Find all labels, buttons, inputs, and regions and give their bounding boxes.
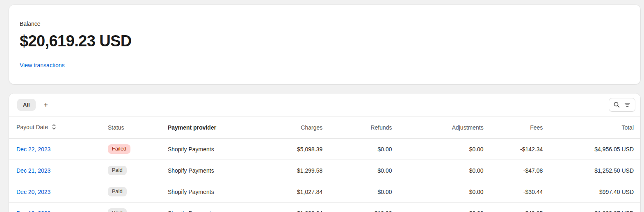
- payout-date-cell: Dec 22, 2023: [9, 139, 101, 160]
- payout-date-link[interactable]: Dec 22, 2023: [16, 146, 50, 153]
- status-badge: Paid: [108, 187, 127, 196]
- payment-provider-cell: Shopify Payments: [161, 181, 262, 203]
- table-header-row: Payout Date Status Payment provider Char…: [9, 116, 640, 139]
- balance-amount: $20,619.23 USD: [20, 32, 630, 50]
- column-header-charges[interactable]: Charges: [262, 116, 329, 139]
- tab-all[interactable]: All: [17, 99, 36, 111]
- payouts-table: Payout Date Status Payment provider Char…: [9, 116, 640, 212]
- payment-provider-cell: Shopify Payments: [161, 139, 262, 160]
- search-icon: [613, 101, 620, 108]
- adjustments-cell: $0.00: [399, 139, 490, 160]
- charges-cell: $1,027.84: [262, 181, 329, 203]
- payouts-card: All +: [9, 93, 640, 212]
- balance-card: Balance $20,619.23 USD View transactions: [9, 5, 640, 84]
- total-cell: $1,832.87 USD: [549, 203, 640, 212]
- total-cell: $997.40 USD: [549, 181, 640, 203]
- fees-cell: -$142.34: [490, 139, 550, 160]
- status-badge: Paid: [108, 208, 127, 212]
- payout-date-cell: Dec 20, 2023: [9, 181, 101, 203]
- refunds-cell: -$10.92: [329, 203, 398, 212]
- table-row: Dec 22, 2023 Failed Shopify Payments $5,…: [9, 139, 640, 160]
- column-header-payment-provider[interactable]: Payment provider: [161, 116, 262, 139]
- table-row: Dec 19, 2023 Paid Shopify Payments $1,89…: [9, 203, 640, 212]
- adjustments-cell: $0.00: [399, 203, 490, 212]
- payout-table-body: Dec 22, 2023 Failed Shopify Payments $5,…: [9, 139, 640, 212]
- column-header-refunds[interactable]: Refunds: [329, 116, 398, 139]
- status-cell: Paid: [101, 160, 161, 181]
- total-cell: $1,252.50 USD: [549, 160, 640, 181]
- sort-icon: [52, 125, 56, 131]
- status-badge: Paid: [108, 166, 127, 175]
- fees-cell: -$30.44: [490, 181, 550, 203]
- filter-icon: [624, 101, 631, 108]
- payout-date-link[interactable]: Dec 21, 2023: [16, 167, 50, 174]
- column-header-fees[interactable]: Fees: [490, 116, 550, 139]
- charges-cell: $1,893.64: [262, 203, 329, 212]
- payout-date-link[interactable]: Dec 20, 2023: [16, 189, 50, 195]
- status-cell: Paid: [101, 203, 161, 212]
- status-cell: Paid: [101, 181, 161, 203]
- total-cell: $4,956.05 USD: [549, 139, 640, 160]
- tab-bar: All +: [9, 93, 640, 116]
- column-header-payout-date[interactable]: Payout Date: [9, 116, 101, 139]
- status-cell: Failed: [101, 139, 161, 160]
- refunds-cell: $0.00: [329, 181, 398, 203]
- column-header-total[interactable]: Total: [549, 116, 640, 139]
- charges-cell: $1,299.58: [262, 160, 329, 181]
- fees-cell: -$47.08: [490, 160, 550, 181]
- adjustments-cell: $0.00: [399, 181, 490, 203]
- table-row: Dec 21, 2023 Paid Shopify Payments $1,29…: [9, 160, 640, 181]
- status-badge: Failed: [108, 144, 130, 154]
- balance-label: Balance: [20, 21, 630, 27]
- column-header-adjustments[interactable]: Adjustments: [399, 116, 490, 139]
- add-tab-button[interactable]: +: [40, 100, 52, 110]
- fees-cell: -$49.85: [490, 203, 550, 212]
- adjustments-cell: $0.00: [399, 160, 490, 181]
- payout-date-cell: Dec 21, 2023: [9, 160, 101, 181]
- payment-provider-cell: Shopify Payments: [161, 160, 262, 181]
- payout-date-link[interactable]: Dec 19, 2023: [16, 210, 50, 212]
- search-and-filter-button[interactable]: [609, 98, 635, 112]
- refunds-cell: $0.00: [329, 139, 398, 160]
- payout-date-cell: Dec 19, 2023: [9, 203, 101, 212]
- charges-cell: $5,098.39: [262, 139, 329, 160]
- table-row: Dec 20, 2023 Paid Shopify Payments $1,02…: [9, 181, 640, 203]
- refunds-cell: $0.00: [329, 160, 398, 181]
- payment-provider-cell: Shopify Payments: [161, 203, 262, 212]
- column-header-status[interactable]: Status: [101, 116, 161, 139]
- view-transactions-link[interactable]: View transactions: [20, 62, 64, 68]
